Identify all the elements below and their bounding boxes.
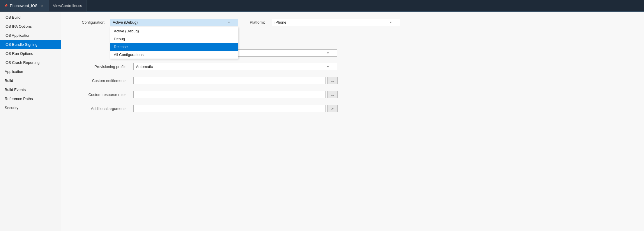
config-dropdown-menu: Active (Debug) Debug Release All Configu… bbox=[110, 27, 238, 59]
title-bar: 📌 Phoneword_iOS × ViewController.cs bbox=[0, 0, 644, 12]
provisioning-label: Provisioning profile: bbox=[70, 64, 129, 69]
custom-resource-rules-label: Custom resource rules: bbox=[70, 92, 129, 97]
config-dropdown-arrow: ▾ bbox=[228, 21, 230, 24]
sidebar-item-ios-ipa-options[interactable]: iOS IPA Options bbox=[0, 22, 61, 31]
config-option-active-debug[interactable]: Active (Debug) bbox=[110, 27, 238, 35]
custom-entitlements-browse-button[interactable]: ... bbox=[327, 77, 338, 84]
sidebar: iOS Build iOS IPA Options iOS Applicatio… bbox=[0, 12, 61, 231]
platform-selected-value: iPhone bbox=[275, 20, 286, 24]
sidebar-item-build-events[interactable]: Build Events bbox=[0, 85, 61, 94]
sidebar-item-ios-build[interactable]: iOS Build bbox=[0, 13, 61, 22]
identity-arrow: ▾ bbox=[327, 51, 329, 55]
platform-dropdown-arrow: ▾ bbox=[390, 21, 392, 24]
pin-icon: 📌 bbox=[4, 4, 8, 7]
config-option-release[interactable]: Release bbox=[110, 43, 238, 51]
config-dropdown-wrapper: Active (Debug) ▾ Active (Debug) Debug Re… bbox=[110, 19, 238, 26]
title-bar-fill bbox=[86, 0, 644, 11]
custom-entitlements-label: Custom entitlements: bbox=[70, 78, 129, 83]
tab1-close[interactable]: × bbox=[40, 4, 45, 8]
custom-resource-rules-row: Custom resource rules: ... bbox=[70, 91, 635, 98]
sidebar-item-application[interactable]: Application bbox=[0, 67, 61, 76]
config-option-debug[interactable]: Debug bbox=[110, 35, 238, 43]
additional-arguments-label: Additional arguments: bbox=[70, 106, 129, 111]
additional-arguments-input[interactable] bbox=[133, 105, 325, 112]
custom-resource-rules-input[interactable] bbox=[133, 91, 325, 98]
provisioning-arrow: ▾ bbox=[327, 65, 329, 68]
sidebar-item-ios-run-options[interactable]: iOS Run Options bbox=[0, 49, 61, 58]
config-label: Configuration: bbox=[70, 20, 105, 24]
sidebar-item-ios-crash-reporting[interactable]: iOS Crash Reporting bbox=[0, 58, 61, 67]
custom-entitlements-row: Custom entitlements: ... bbox=[70, 77, 635, 84]
custom-resource-rules-browse-button[interactable]: ... bbox=[327, 91, 338, 98]
config-dropdown[interactable]: Active (Debug) ▾ bbox=[110, 19, 238, 26]
content-area: Configuration: Active (Debug) ▾ Active (… bbox=[61, 12, 644, 231]
tab2-label: ViewController.cs bbox=[53, 4, 82, 8]
tab-viewcontroller[interactable]: ViewController.cs bbox=[49, 0, 86, 11]
provisioning-value: Automatic bbox=[136, 64, 153, 69]
config-option-all[interactable]: All Configurations bbox=[110, 51, 238, 59]
tab1-label: Phoneword_iOS bbox=[10, 4, 38, 8]
additional-arguments-expand-button[interactable]: > bbox=[327, 105, 338, 112]
additional-arguments-row: Additional arguments: > bbox=[70, 105, 635, 112]
sidebar-item-security[interactable]: Security bbox=[0, 103, 61, 112]
provisioning-dropdown[interactable]: Automatic ▾ bbox=[133, 63, 337, 70]
sidebar-item-ios-bundle-signing[interactable]: iOS Bundle Signing bbox=[0, 40, 61, 49]
platform-dropdown[interactable]: iPhone ▾ bbox=[272, 19, 400, 26]
config-selected-value: Active (Debug) bbox=[113, 20, 138, 24]
sidebar-item-ios-application[interactable]: iOS Application bbox=[0, 31, 61, 40]
provisioning-row: Provisioning profile: Automatic ▾ bbox=[70, 63, 635, 70]
tab-phoneword[interactable]: 📌 Phoneword_iOS × bbox=[0, 0, 49, 11]
sidebar-item-reference-paths[interactable]: Reference Paths bbox=[0, 94, 61, 103]
config-platform-row: Configuration: Active (Debug) ▾ Active (… bbox=[70, 19, 635, 26]
sidebar-item-build[interactable]: Build bbox=[0, 76, 61, 85]
main-layout: iOS Build iOS IPA Options iOS Applicatio… bbox=[0, 12, 644, 231]
custom-entitlements-input[interactable] bbox=[133, 77, 325, 84]
platform-label: Platform: bbox=[250, 20, 265, 24]
